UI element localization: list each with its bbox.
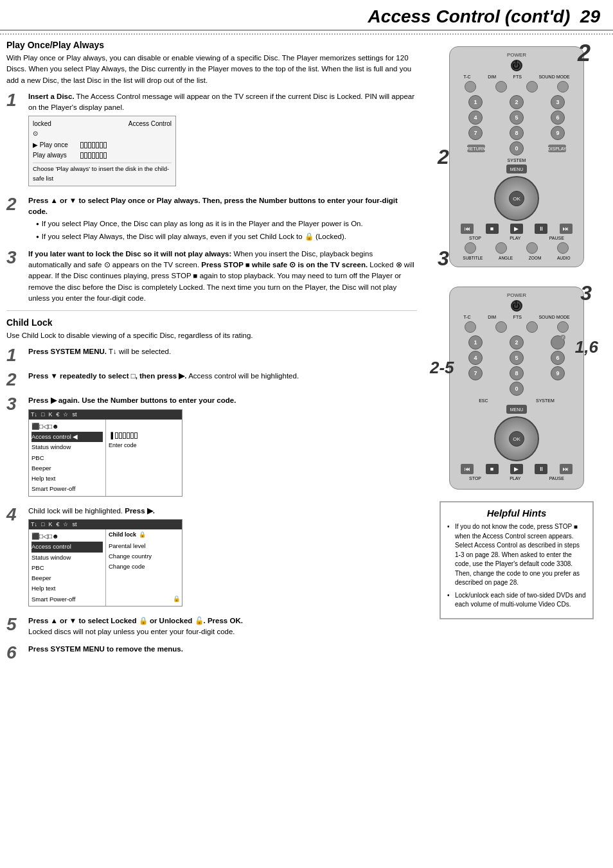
menu-btn-b[interactable]: MENU [506, 405, 527, 414]
cl-step-3: 3 Press ▶ again. Use the Number buttons … [6, 395, 417, 499]
btn-8-b[interactable]: 8 [510, 366, 524, 380]
sound-mode-label-b: SOUND MODE [538, 315, 569, 319]
rew-btn-b[interactable]: ⏮ [461, 464, 474, 474]
cl-step-6-bold: Press SYSTEM MENU to remove the menus. [28, 645, 183, 653]
btn-2-b[interactable]: 2 [510, 335, 524, 350]
bar-a4 [92, 152, 95, 159]
power-button[interactable]: ⏻ [511, 60, 522, 71]
menu-btn[interactable]: MENU [506, 164, 527, 173]
child-lock-heading: Child Lock [6, 317, 417, 328]
btn-7[interactable]: 7 [468, 126, 483, 140]
step-1-bold: Insert a Disc. [28, 93, 75, 100]
btn-6-b[interactable]: 6 [551, 351, 565, 365]
num-row-2: 4 5 6 [455, 111, 578, 125]
step-3-content: If you later want to lock the Disc so it… [28, 249, 417, 304]
btn-5-b[interactable]: 5 [510, 351, 524, 365]
power-button-b[interactable]: ⏻ [511, 300, 522, 312]
play-once-body: With Play once or Play always, you can d… [6, 53, 417, 86]
page-number: 29 [580, 6, 600, 26]
play-btn[interactable]: ▶ [510, 224, 523, 234]
fts-btn-b[interactable] [526, 321, 538, 333]
pause-btn[interactable]: ⏸ [535, 224, 547, 234]
h4col-1: T↓ [31, 520, 37, 529]
bar-a7 [103, 152, 107, 159]
btn-0-b[interactable]: 0 [510, 382, 524, 396]
angle-btn[interactable] [495, 242, 507, 254]
sys-icons-4: ⬛□◁□☻ [31, 531, 59, 541]
btn-2[interactable]: 2 [510, 95, 524, 109]
btn-1-b[interactable]: 1 [468, 335, 483, 350]
cl-step-5-sub: Locked discs will not play unless you en… [28, 628, 235, 635]
fwd-btn-b[interactable]: ⏭ [560, 464, 573, 474]
cl-step-5-content: Press ▲ or ▼ to select Locked 🔒 or Unloc… [28, 616, 417, 638]
step-number-2: 2 [6, 195, 24, 213]
sys-left-col: ⬛□◁□☻ Access control ◀ Status window PBC… [29, 420, 106, 496]
help-text-row: Help text [31, 474, 103, 484]
display-btn[interactable]: DISPLAY [548, 145, 566, 152]
zoom-btn[interactable] [526, 242, 538, 254]
btn-7-b[interactable]: 7 [468, 366, 483, 380]
cl-step-number-2: 2 [6, 371, 24, 389]
remote-top: POWER ⏻ T-C DIM FTS SOUND MODE [449, 46, 584, 267]
dim-btn[interactable] [495, 81, 507, 93]
playback-labels-b: STOP PLAY PAUSE [455, 476, 578, 481]
play-btn-b[interactable]: ▶ [510, 464, 523, 474]
bullet-sym-2: • [447, 591, 452, 610]
enter-code-area: ▐ [109, 431, 179, 440]
esc-sys-row: ESC SYSTEM [455, 398, 578, 403]
tc-btn[interactable] [465, 81, 476, 93]
btn-9-b[interactable]: 9 [551, 366, 565, 380]
fts-btn[interactable] [526, 81, 538, 93]
page-header: Access Control (cont'd) 29 [0, 0, 613, 31]
sys-left-col-4: ⬛□◁□☻ Access control Status window PBC B… [29, 529, 106, 606]
btn-3-b[interactable]: / [551, 335, 565, 350]
badge-3-top-right: 3 [580, 281, 592, 305]
rew-btn[interactable]: ⏮ [461, 224, 474, 234]
bar-2 [84, 142, 87, 148]
btn-3[interactable]: 3 [551, 95, 565, 109]
cb1 [115, 432, 118, 439]
play-always-label: Play always [33, 150, 78, 160]
btn-5[interactable]: 5 [510, 111, 524, 125]
nav-pad[interactable]: OK [494, 176, 539, 221]
btn-0[interactable]: 0 [510, 141, 524, 155]
num-row-3: 7 8 9 [455, 126, 578, 140]
bar-5 [96, 142, 99, 148]
pause-btn-b[interactable]: ⏸ [535, 464, 547, 474]
h4col-3: K [48, 520, 52, 529]
screen-play-once-row: ▶ Play once [33, 140, 172, 150]
sound-mode-btn[interactable] [557, 81, 569, 93]
btn-4[interactable]: 4 [468, 111, 483, 125]
nav-pad-row-b: OK [455, 416, 578, 461]
ok-btn-b[interactable]: OK [509, 431, 524, 447]
screen-locked-label: locked⊙ [33, 119, 51, 138]
stop-btn-b[interactable]: ■ [486, 464, 499, 474]
zoom-label: ZOOM [529, 256, 542, 260]
dim-btn-b[interactable] [495, 321, 507, 333]
dim-label: DIM [488, 75, 496, 79]
sys-icon-row: ⬛□◁□☻ [31, 421, 103, 432]
cl-step-number-1: 1 [6, 346, 24, 364]
subtitle-btn[interactable] [465, 242, 476, 254]
btn-9[interactable]: 9 [551, 126, 565, 140]
top-btn-row-b [455, 321, 578, 333]
sys-body: ⬛□◁□☻ Access control ◀ Status window PBC… [29, 420, 182, 496]
btn-1[interactable]: 1 [468, 95, 483, 109]
left-column: Play Once/Play Always With Play once or … [6, 40, 420, 668]
sound-mode-btn-b[interactable] [557, 321, 569, 333]
tc-btn-b[interactable] [465, 321, 476, 333]
play-once-section: Play Once/Play Always With Play once or … [6, 40, 417, 304]
child-lock-body: Use Child Lock to disable viewing of a s… [6, 330, 417, 341]
btn-8[interactable]: 8 [510, 126, 524, 140]
fwd-btn[interactable]: ⏭ [560, 224, 573, 234]
nav-pad-b[interactable]: OK [494, 416, 539, 461]
h4col-6: st [72, 520, 76, 529]
audio-btn[interactable] [557, 242, 569, 254]
return-btn[interactable]: RETURN [467, 145, 485, 152]
btn-4-b[interactable]: 4 [468, 351, 483, 365]
stop-btn[interactable]: ■ [486, 224, 499, 234]
sys-icons: ⬛□◁□☻ [31, 421, 59, 431]
ok-btn[interactable]: OK [509, 191, 524, 206]
btn-6[interactable]: 6 [551, 111, 565, 125]
dim-label-b: DIM [488, 315, 496, 319]
